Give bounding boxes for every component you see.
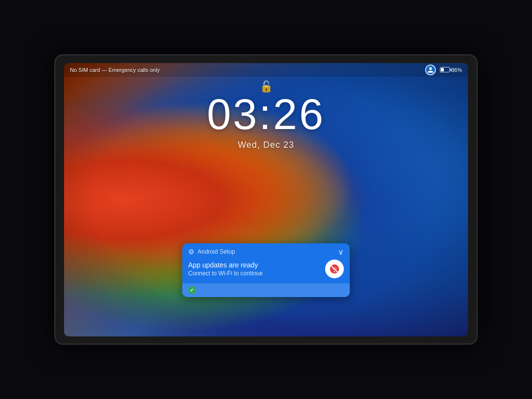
notification-subtitle: Connect to Wi-Fi to continue [188,270,325,277]
battery-container: 36% [440,67,462,73]
status-bar: No SIM card — Emergency calls only 36% [64,63,468,77]
wifi-off-icon [329,264,340,274]
notification-title: App updates are ready [188,261,325,269]
battery-percent-text: 36% [451,67,462,73]
notification-card[interactable]: ⚙ Android Setup ∨ App updates are ready … [182,243,350,297]
sim-status-text: No SIM card — Emergency calls only [70,67,160,73]
gear-icon: ⚙ [188,248,195,256]
wifi-off-button[interactable] [325,260,344,278]
tablet-frame: No SIM card — Emergency calls only 36% 🔓 [54,54,478,345]
tablet-screen: No SIM card — Emergency calls only 36% 🔓 [64,63,468,336]
status-left: No SIM card — Emergency calls only [70,67,160,73]
notification-body: App updates are ready Connect to Wi-Fi t… [182,259,350,283]
notification-header: ⚙ Android Setup ∨ [182,243,350,259]
notification-expand-chevron[interactable]: ∨ [338,247,344,257]
shield-inner: ✔ [190,288,194,293]
user-avatar-icon[interactable] [425,65,436,75]
clock-container: 03:26 Wed, Dec 23 [207,93,325,150]
notification-bottom-strip: ✔ [182,283,350,297]
shield-dot-icon: ✔ [188,286,196,294]
battery-fill [441,68,444,71]
person-icon [427,66,434,73]
notification-text-block: App updates are ready Connect to Wi-Fi t… [188,261,325,277]
notification-app-name: Android Setup [198,248,235,255]
notification-app-row: ⚙ Android Setup [188,248,235,256]
battery-icon [440,67,450,72]
status-right: 36% [425,65,462,75]
clock-time-display: 03:26 [207,93,325,136]
clock-date-display: Wed, Dec 23 [207,140,325,150]
